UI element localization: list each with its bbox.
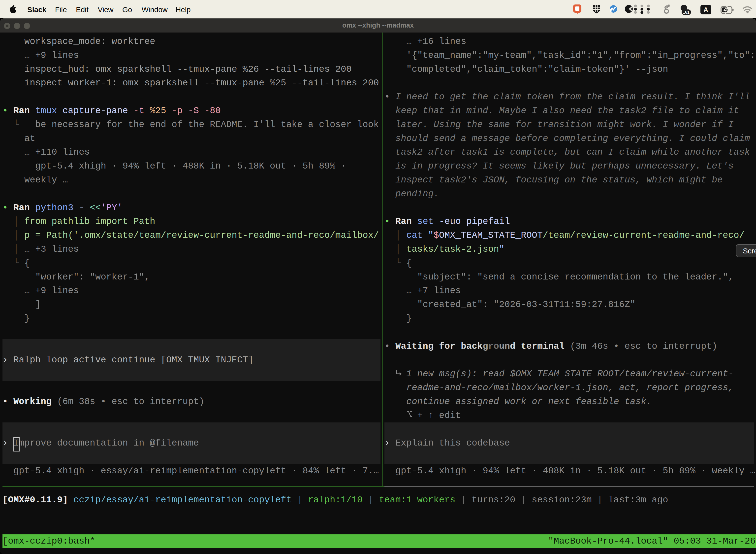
svg-text:..61: ..61 bbox=[683, 10, 690, 14]
svg-text:A: A bbox=[703, 6, 708, 14]
